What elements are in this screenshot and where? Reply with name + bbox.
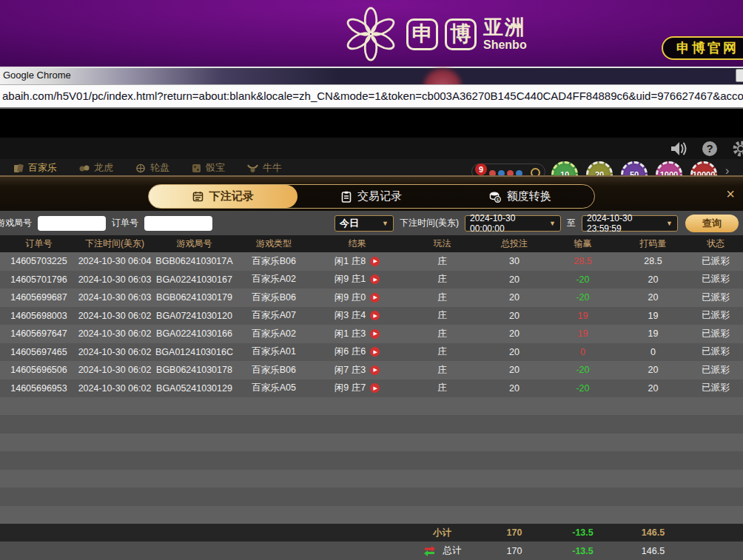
bet-records-modal: 下注记录 交易记录 $ 额度转换 × 游戏局号 订单号 今日 ▼ 下注时间(美东… (0, 175, 743, 560)
col-header-status: 状态 (688, 237, 743, 250)
chip-20[interactable]: 20 (586, 161, 613, 175)
cell-bet-time: 2024-10-30 06:02 (78, 311, 152, 321)
app-toolbar: ? (0, 138, 743, 159)
query-button[interactable]: 查询 (685, 215, 739, 232)
chip-1000[interactable]: 1000 (656, 161, 682, 175)
cell-turnover: 19 (618, 328, 688, 339)
filter-bar: 游戏局号 订单号 今日 ▼ 下注时间(美东) 2024-10-30 00:00:… (0, 211, 743, 235)
replay-icon[interactable]: ▶ (370, 274, 380, 284)
cell-result: 闲6 庄6 ▶ (311, 345, 403, 358)
cell-result: 闲9 庄7 ▶ (311, 382, 403, 394)
status-badge: 已派彩 (688, 255, 743, 268)
total-row: 总计 170 -13.5 146.5 (0, 542, 743, 560)
replay-icon[interactable]: ▶ (370, 365, 380, 375)
cell-bet-time: 2024-10-30 06:02 (78, 347, 152, 357)
tab-bet-records[interactable]: 下注记录 (149, 185, 297, 208)
clipboard-icon (341, 191, 352, 203)
chip-10[interactable]: 10 (551, 161, 578, 175)
close-icon[interactable]: × (726, 186, 735, 201)
game-tab-label: 轮盘 (150, 161, 169, 175)
chips-more-arrow[interactable]: › (725, 164, 729, 175)
result-text: 闲9 庄0 (334, 291, 366, 304)
window-control-button[interactable] (736, 69, 743, 82)
total-win-loss: -13.5 (548, 546, 618, 556)
cell-game-type: 百家乐B06 (237, 255, 311, 268)
replay-icon[interactable]: ▶ (370, 383, 380, 393)
winloss-cell: 28.5 (548, 256, 618, 266)
cell-round-id: BGB06241030179 (152, 292, 237, 303)
cell-total-bet: 20 (481, 311, 548, 321)
winloss-cell: -20 (548, 292, 618, 303)
game-tab-sicbo[interactable]: 骰宝 (192, 161, 225, 175)
game-tab-roulette[interactable]: 轮盘 (135, 161, 169, 175)
chip-10000[interactable]: 10000 (690, 161, 717, 175)
coins-transfer-icon: $ (489, 191, 501, 203)
table-row: 14605699687 2024-10-30 06:03 BGB06241030… (0, 289, 743, 307)
chip-50[interactable]: 50 (621, 161, 648, 175)
tab-transaction-records[interactable]: 交易记录 (297, 185, 446, 208)
status-badge: 已派彩 (688, 364, 743, 377)
cell-turnover: 19 (618, 311, 688, 321)
notification-pill[interactable]: 9 (471, 163, 545, 175)
cell-turnover: 20 (618, 383, 688, 394)
brand-header: 申 博 亚洲 Shenbo 申博官网 (0, 0, 743, 67)
flower-logo-icon (342, 5, 400, 63)
game-round-input[interactable] (38, 216, 106, 231)
game-tab-dragon-tiger[interactable]: 龙虎 (79, 161, 113, 175)
tab-label: 下注记录 (209, 189, 254, 203)
cell-turnover: 20 (618, 292, 688, 303)
dice-icon (192, 163, 201, 173)
sound-icon[interactable] (670, 141, 687, 156)
chevron-down-icon: ▼ (666, 220, 673, 227)
table-body: 14605703225 2024-10-30 06:04 BGB06241030… (0, 252, 743, 397)
order-number-input[interactable] (144, 216, 212, 231)
window-titlebar: Google Chrome (0, 67, 743, 84)
game-tab-label: 骰宝 (206, 161, 225, 175)
col-header-round-id: 游戏局号 (152, 237, 237, 250)
replay-icon[interactable]: ▶ (370, 347, 380, 357)
official-site-button[interactable]: 申博官网 (662, 36, 743, 60)
cell-result: 闲9 庄1 ▶ (311, 273, 403, 286)
date-range-select[interactable]: 今日 ▼ (334, 215, 394, 232)
cell-play: 庄 (403, 328, 481, 340)
total-total-bet: 170 (481, 546, 548, 556)
url-text[interactable]: abaih.com/h5V01/pc/index.html?return=abo… (0, 85, 743, 107)
settings-gear-icon[interactable] (732, 140, 743, 158)
game-tab-bull[interactable]: 牛牛 (247, 161, 282, 175)
cell-order-id: 14605698003 (0, 311, 78, 321)
cell-order-id: 14605696506 (0, 365, 78, 375)
cell-round-id: BGA02241030167 (152, 274, 237, 285)
browser-url-bar[interactable]: abaih.com/h5V01/pc/index.html?return=abo… (0, 84, 743, 109)
cell-bet-time: 2024-10-30 06:02 (78, 328, 152, 339)
replay-icon[interactable]: ▶ (370, 293, 380, 303)
cell-order-id: 14605701796 (0, 274, 78, 285)
notification-badge: 9 (475, 163, 487, 175)
winloss-cell: 19 (548, 328, 618, 339)
replay-icon[interactable]: ▶ (370, 257, 380, 266)
empty-rows-area (0, 397, 743, 524)
chevron-down-icon: ▼ (549, 220, 556, 227)
tab-quota-transfer[interactable]: $ 额度转换 (446, 185, 594, 208)
replay-icon[interactable]: ▶ (370, 311, 380, 320)
cell-game-type: 百家乐B06 (237, 364, 311, 377)
cell-total-bet: 20 (481, 365, 548, 375)
cell-result: 闲1 庄8 ▶ (311, 255, 403, 268)
swap-arrows-icon[interactable] (423, 544, 436, 557)
subtotal-win-loss: -13.5 (548, 527, 618, 538)
cell-round-id: BGA07241030120 (152, 311, 237, 321)
game-tab-baccarat[interactable]: 百家乐 (13, 161, 57, 175)
replay-icon[interactable]: ▶ (370, 329, 380, 339)
table-row: 14605696506 2024-10-30 06:02 BGB06241030… (0, 361, 743, 379)
cell-round-id: BGA0124103016C (152, 347, 237, 357)
winloss-cell: -20 (548, 383, 618, 394)
cell-order-id: 14605699687 (0, 292, 78, 303)
date-from-picker[interactable]: 2024-10-30 00:00:00 ▼ (465, 215, 561, 232)
help-icon[interactable]: ? (702, 141, 717, 156)
roulette-icon (135, 163, 146, 173)
date-to-picker[interactable]: 2024-10-30 23:59:59 ▼ (582, 215, 678, 232)
cell-play: 庄 (403, 255, 481, 268)
cell-game-type: 百家乐A07 (237, 309, 311, 322)
total-turnover: 146.5 (618, 546, 688, 556)
subtotal-total-bet: 170 (481, 527, 548, 538)
result-text: 闲6 庄6 (334, 345, 366, 358)
